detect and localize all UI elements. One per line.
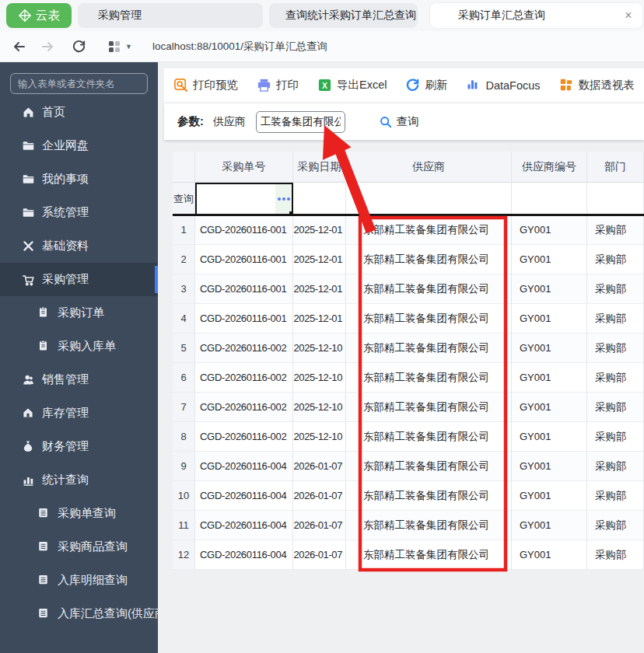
sidebar-search-input[interactable]: [10, 73, 148, 94]
cell-row-number[interactable]: 11: [173, 511, 195, 540]
cell-order-no[interactable]: CGD-20260116-004: [195, 511, 293, 540]
cell-order-no[interactable]: CGD-20260116-002: [195, 393, 293, 422]
cell-supplier[interactable]: 东部精工装备集团有限公司: [346, 481, 512, 511]
cell-supplier-code[interactable]: GY001: [512, 481, 587, 511]
sidebar-item-inbound-summary[interactable]: 入库汇总查询(供应商: [0, 597, 158, 630]
datafocus-button[interactable]: DataFocus: [466, 78, 540, 93]
tab-po-summary-query[interactable]: 采购订单汇总查询 ×: [430, 3, 642, 28]
filter-cell-selected[interactable]: [195, 183, 293, 215]
cell-row-number[interactable]: 10: [173, 481, 195, 511]
cell-purchase-date[interactable]: 2025-12-01: [293, 215, 346, 245]
cell-row-number[interactable]: 6: [173, 363, 195, 393]
url-text[interactable]: localhost:88/10001/采购订单汇总查询: [152, 40, 327, 54]
cell-department[interactable]: 采购部: [587, 422, 644, 452]
cell-order-no[interactable]: CGD-20260116-002: [195, 333, 293, 363]
cell-supplier-code[interactable]: GY001: [512, 363, 587, 393]
cell-purchase-date[interactable]: 2025-12-10: [293, 363, 346, 393]
cell-row-number[interactable]: 9: [173, 452, 195, 481]
sidebar-item-finance-mgmt[interactable]: 财务管理: [0, 430, 158, 463]
sidebar-item-home[interactable]: 首页: [0, 96, 158, 129]
cell-supplier-code[interactable]: GY001: [512, 452, 587, 481]
cell-department[interactable]: 采购部: [587, 452, 644, 481]
ellipsis-picker-icon[interactable]: [275, 184, 292, 214]
query-button[interactable]: 查询: [380, 114, 419, 129]
cell-row-number[interactable]: 8: [173, 422, 195, 452]
cell-department[interactable]: 采购部: [587, 215, 644, 245]
cell-department[interactable]: 采购部: [587, 511, 644, 540]
sidebar-item-base-data[interactable]: 基础资料: [0, 229, 158, 263]
pivot-table-button[interactable]: 数据透视表: [559, 78, 635, 93]
close-icon[interactable]: ×: [622, 9, 635, 22]
supplier-param-input[interactable]: [256, 111, 345, 133]
cell-row-number[interactable]: 4: [173, 304, 195, 333]
filter-cell[interactable]: [346, 183, 512, 215]
cell-supplier[interactable]: 东部精工装备集团有限公司: [346, 333, 512, 363]
column-header-2[interactable]: 供应商: [346, 152, 512, 183]
sidebar-item-purchase-inbound[interactable]: 采购入库单: [0, 330, 158, 363]
sidebar-item-inbound-detail[interactable]: 入库明细查询: [0, 564, 158, 597]
cell-supplier[interactable]: 东部精工装备集团有限公司: [346, 363, 512, 393]
cell-order-no[interactable]: CGD-20260116-002: [195, 363, 293, 393]
sidebar-item-inventory-mgmt[interactable]: 库存管理: [0, 396, 158, 430]
cell-supplier-code[interactable]: GY001: [512, 511, 587, 540]
cell-supplier[interactable]: 东部精工装备集团有限公司: [346, 393, 512, 422]
cell-supplier-code[interactable]: GY001: [512, 333, 587, 363]
cell-purchase-date[interactable]: 2026-01-07: [293, 511, 346, 540]
cell-row-number[interactable]: 2: [173, 245, 195, 274]
cell-row-number[interactable]: 1: [173, 215, 195, 245]
filter-cell[interactable]: [293, 183, 346, 215]
cell-supplier-code[interactable]: GY001: [512, 274, 587, 304]
reload-icon[interactable]: [70, 38, 87, 55]
sidebar-item-purchase-order[interactable]: 采购订单: [0, 296, 158, 330]
cell-supplier-code[interactable]: GY001: [512, 215, 587, 245]
column-header-3[interactable]: 供应商编号: [512, 152, 587, 183]
cell-supplier[interactable]: 东部精工装备集团有限公司: [346, 215, 512, 245]
cell-order-no[interactable]: CGD-20260116-001: [195, 215, 293, 245]
cell-purchase-date[interactable]: 2026-01-07: [293, 481, 346, 511]
print-button[interactable]: 打印: [257, 78, 299, 93]
cell-purchase-date[interactable]: 2025-12-01: [293, 274, 346, 304]
cell-department[interactable]: 采购部: [587, 245, 644, 274]
sidebar-item-my-tasks[interactable]: 我的事项: [0, 162, 158, 196]
cell-order-no[interactable]: CGD-20260116-002: [195, 422, 293, 452]
sidebar-item-sales-mgmt[interactable]: 销售管理: [0, 363, 158, 396]
cell-supplier-code[interactable]: GY001: [512, 393, 587, 422]
cell-purchase-date[interactable]: 2025-12-01: [293, 304, 346, 333]
cell-supplier[interactable]: 东部精工装备集团有限公司: [346, 274, 512, 304]
yunbiao-logo-button[interactable]: 云表: [6, 3, 72, 28]
cell-row-number[interactable]: 12: [173, 540, 195, 570]
cell-order-no[interactable]: CGD-20260116-004: [195, 540, 293, 570]
sidebar-item-purchase-mgmt[interactable]: 采购管理: [0, 263, 158, 296]
tab-query-stats[interactable]: 查询统计采购订单汇总查询: [269, 3, 418, 28]
cell-purchase-date[interactable]: 2026-01-07: [293, 452, 346, 481]
cell-supplier-code[interactable]: GY001: [512, 422, 587, 452]
cell-order-no[interactable]: CGD-20260116-004: [195, 481, 293, 511]
cell-department[interactable]: 采购部: [587, 274, 644, 304]
cell-supplier[interactable]: 东部精工装备集团有限公司: [346, 304, 512, 333]
sidebar-item-stats-query[interactable]: 统计查询: [0, 463, 158, 497]
cell-supplier[interactable]: 东部精工装备集团有限公司: [346, 245, 512, 274]
cell-order-no[interactable]: CGD-20260116-001: [195, 245, 293, 274]
filter-cell[interactable]: [587, 183, 644, 215]
cell-supplier-code[interactable]: GY001: [512, 304, 587, 333]
cell-department[interactable]: 采购部: [587, 333, 644, 363]
back-icon[interactable]: [11, 38, 28, 55]
cell-supplier[interactable]: 东部精工装备集团有限公司: [346, 422, 512, 452]
refresh-button[interactable]: 刷新: [405, 78, 447, 93]
cell-supplier[interactable]: 东部精工装备集团有限公司: [346, 452, 512, 481]
cell-row-number[interactable]: 7: [173, 393, 195, 422]
cell-department[interactable]: 采购部: [587, 304, 644, 333]
cell-order-no[interactable]: CGD-20260116-004: [195, 452, 293, 481]
sidebar-item-company-drive[interactable]: 企业网盘: [0, 129, 158, 162]
cell-department[interactable]: 采购部: [587, 363, 644, 393]
apps-grid-icon[interactable]: [106, 38, 123, 55]
column-header-0[interactable]: 采购单号: [195, 152, 293, 183]
cell-order-no[interactable]: CGD-20260116-001: [195, 274, 293, 304]
filter-cell[interactable]: [512, 183, 587, 215]
cell-supplier-code[interactable]: GY001: [512, 540, 587, 570]
cell-row-number[interactable]: 5: [173, 333, 195, 363]
cell-row-number[interactable]: 3: [173, 274, 195, 304]
export-excel-button[interactable]: X导出Excel: [317, 78, 387, 93]
cell-department[interactable]: 采购部: [587, 481, 644, 511]
cell-supplier[interactable]: 东部精工装备集团有限公司: [346, 540, 512, 570]
